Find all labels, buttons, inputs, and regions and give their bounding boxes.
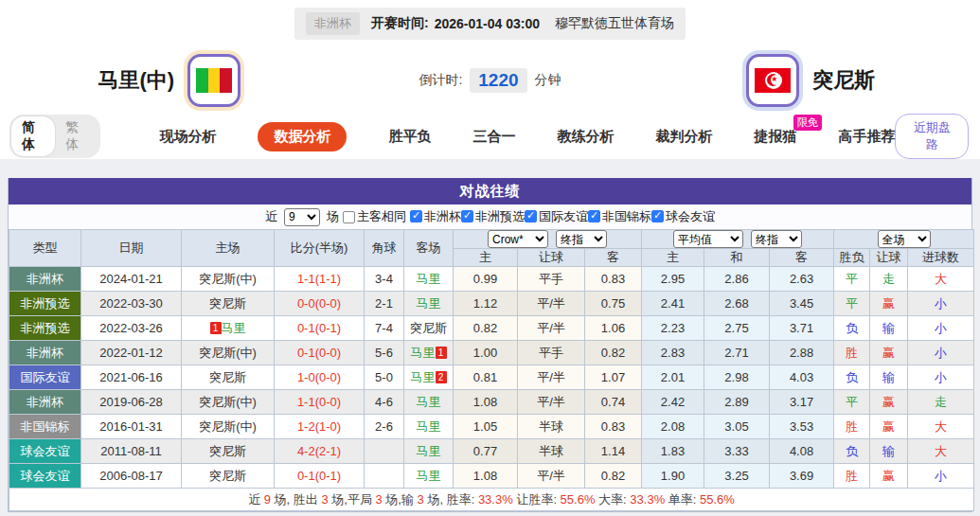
summary-segment: 55.6%: [700, 492, 735, 507]
fulltime-score: 0-0: [297, 296, 315, 311]
fulltime-score: 0-1: [297, 469, 315, 483]
handicap-odds: 平/半: [518, 464, 585, 489]
corner-cell: 4-6: [365, 390, 404, 415]
h2h-panel: 对战往绩 近 9 场 主客相同 非洲杯非洲预选国际友谊非国锦标球会友谊: [8, 178, 972, 512]
col-date: 日期: [81, 230, 182, 267]
handicap-odds: 平手: [518, 267, 585, 292]
h2h-title: 对战往绩: [9, 178, 971, 205]
summary-segment: 场,输: [383, 492, 418, 507]
limited-free-badge: 限免: [793, 115, 822, 131]
summary-segment: 场, 胜率:: [424, 492, 478, 507]
handicap-source-select[interactable]: Crow*: [488, 230, 548, 248]
europe-kind-select[interactable]: 终指: [751, 230, 802, 248]
nav-tab-数据分析[interactable]: 数据分析: [258, 122, 347, 151]
nav-tab-三合一[interactable]: 三合一: [472, 128, 515, 146]
nav-tab-裁判分析[interactable]: 裁判分析: [655, 128, 712, 146]
team-label: 突尼斯: [209, 469, 246, 483]
league-checkbox[interactable]: [410, 210, 422, 222]
halftime-score: (1-1): [315, 272, 341, 286]
home-cell: 突尼斯(中): [182, 341, 275, 365]
score-cell: 0-1(0-1): [275, 464, 365, 489]
handicap-odds: 0.83: [585, 267, 642, 292]
match-type: 非洲杯: [9, 341, 81, 365]
col-away: 客场: [404, 230, 454, 267]
europe-odds: 2.42: [642, 390, 704, 415]
lang-traditional[interactable]: 繁体: [55, 116, 98, 156]
summary-segment: 场, 胜出: [271, 492, 321, 507]
away-team: ★ 突尼斯: [642, 54, 980, 107]
match-count-select[interactable]: 9: [284, 208, 320, 226]
same-venue-checkbox-label[interactable]: 主客相同: [343, 208, 406, 225]
handicap-odds: 0.77: [454, 439, 518, 464]
h2h-row: 非洲预选2022-03-261马里0-1(0-1)7-4突尼斯0.82平/半1.…: [9, 316, 974, 341]
europe-odds: 1.90: [642, 464, 704, 489]
match-date: 2024-01-21: [81, 267, 182, 292]
col-handicap-home: 主: [454, 249, 518, 267]
corner-cell: 2-6: [365, 415, 404, 439]
away-cell: 马里1: [404, 341, 454, 365]
handicap-kind-select[interactable]: 终指: [556, 230, 607, 248]
home-cell: 突尼斯(中): [182, 390, 275, 415]
match-type: 球会友谊: [9, 464, 81, 489]
match-type: 非洲预选: [9, 316, 81, 341]
team-label: 马里: [417, 419, 441, 434]
fulltime-score: 1-0: [297, 370, 315, 384]
team-label: 马里: [417, 395, 441, 409]
europe-odds: 2.23: [642, 316, 704, 341]
outcome-cell: 平: [834, 390, 870, 415]
nav-tab-现场分析[interactable]: 现场分析: [159, 128, 216, 146]
score-cell: 1-2(1-0): [275, 415, 365, 439]
outcome-cell: 小: [908, 365, 974, 390]
nav-tab-胜平负[interactable]: 胜平负: [388, 128, 431, 146]
halftime-score: (1-0): [315, 419, 341, 434]
mali-flag-icon: [196, 68, 232, 93]
league-checkbox[interactable]: [651, 210, 664, 222]
league-filter-国际友谊[interactable]: 国际友谊: [525, 208, 588, 225]
outcome-cell: 赢: [870, 292, 908, 316]
score-cell: 1-0(0-0): [275, 365, 365, 390]
fulltime-score: 0-1: [297, 321, 315, 335]
team-label: 突尼斯(中): [199, 419, 257, 434]
away-team-flag-icon[interactable]: ★: [746, 54, 799, 107]
europe-selectors: 平均值 终指: [642, 230, 834, 249]
same-venue-checkbox[interactable]: [343, 211, 355, 223]
home-team-flag-icon[interactable]: [187, 54, 241, 107]
league-filter-非国锦标[interactable]: 非国锦标: [588, 208, 651, 225]
h2h-summary: 近 9 场, 胜出 3 场,平局 3 场,输 3 场, 胜率: 33.3% 让胜…: [9, 489, 974, 511]
recent-odds-button[interactable]: 近期盘路: [895, 114, 969, 159]
nav-tab-教练分析[interactable]: 教练分析: [557, 128, 614, 146]
outcome-cell: 输: [870, 365, 908, 390]
halftime-score: (0-1): [315, 321, 341, 335]
h2h-row: 国际友谊2021-06-16突尼斯1-0(0-0)5-0马里20.81平/半1.…: [9, 365, 974, 390]
europe-odds: 3.53: [770, 415, 834, 439]
europe-odds: 2.98: [704, 365, 770, 390]
corner-cell: [365, 464, 404, 489]
score-cell: 4-2(2-1): [275, 439, 365, 464]
match-type: 非国锦标: [9, 415, 81, 439]
league-filter-非洲杯[interactable]: 非洲杯: [410, 208, 461, 225]
handicap-odds: 1.07: [585, 365, 642, 390]
team-label: 突尼斯: [209, 296, 246, 311]
league-filter-非洲预选[interactable]: 非洲预选: [461, 208, 525, 225]
scope-select[interactable]: 全场: [878, 230, 931, 248]
league-checkbox[interactable]: [461, 210, 473, 222]
league-checkbox[interactable]: [525, 210, 537, 222]
nav-tab-高手推荐[interactable]: 高手推荐: [838, 128, 895, 146]
corner-cell: [365, 439, 404, 464]
col-handicap-line: 让球: [518, 249, 585, 267]
league-checkbox[interactable]: [588, 210, 600, 222]
col-home: 主场: [182, 230, 275, 267]
europe-source-select[interactable]: 平均值: [673, 230, 743, 248]
handicap-odds: 1.08: [454, 464, 518, 489]
col-goals-result: 进球数: [908, 249, 974, 267]
lang-simplified[interactable]: 简体: [11, 116, 55, 156]
nav-tab-捷报猫[interactable]: 捷报猫限免: [754, 128, 796, 146]
halftime-score: (2-1): [315, 444, 341, 458]
handicap-odds: 0.81: [454, 365, 518, 390]
h2h-row: 非洲杯2022-01-12突尼斯(中)0-1(0-0)5-6马里11.00平手0…: [9, 341, 974, 365]
kickoff-label: 开赛时间:: [371, 15, 429, 32]
corner-cell: 2-1: [365, 292, 404, 316]
europe-odds: 2.83: [642, 341, 704, 365]
league-filter-球会友谊[interactable]: 球会友谊: [651, 208, 715, 225]
match-date: 2022-03-30: [81, 292, 182, 316]
